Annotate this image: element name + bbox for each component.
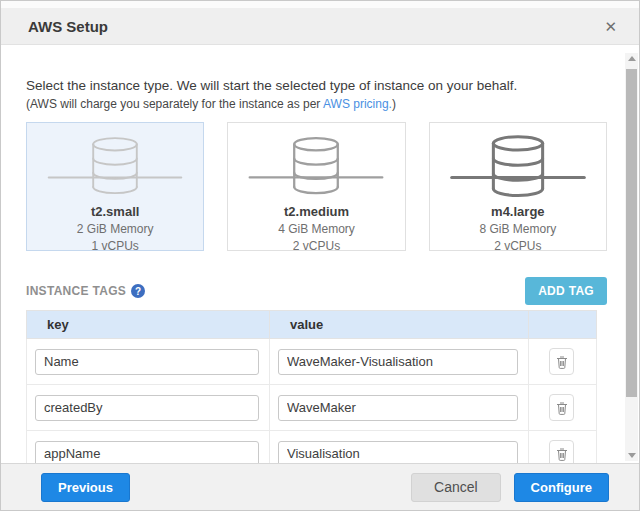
- dialog-header: AWS Setup ✕: [1, 8, 639, 45]
- database-icon: [35, 132, 195, 204]
- instance-tags-label: INSTANCE TAGS: [26, 284, 126, 298]
- instance-card-t2medium[interactable]: t2.medium 4 GiB Memory 2 vCPUs: [227, 122, 405, 251]
- dialog-content: Select the instance type. We will start …: [1, 45, 639, 463]
- scrollbar-down-arrow-icon[interactable]: [628, 453, 636, 458]
- aws-setup-dialog: AWS Setup ✕ Select the instance type. We…: [0, 0, 640, 511]
- instance-tags-bar: INSTANCE TAGS ? ADD TAG: [26, 277, 607, 305]
- pricing-note: (AWS will charge you separately for the …: [26, 96, 607, 112]
- aws-pricing-link[interactable]: AWS pricing.: [323, 97, 392, 111]
- delete-tag-button[interactable]: [549, 440, 574, 463]
- vertical-scrollbar[interactable]: [625, 53, 638, 461]
- instance-cpus: 2 vCPUs: [228, 238, 404, 254]
- pricing-note-prefix: (AWS will charge you separately for the …: [26, 97, 323, 111]
- delete-tag-button[interactable]: [549, 394, 574, 421]
- trash-icon: [556, 401, 568, 415]
- dialog-footer: Previous Cancel Configure: [1, 463, 639, 510]
- add-tag-button[interactable]: ADD TAG: [525, 277, 607, 305]
- instance-type-cards: t2.small 2 GiB Memory 1 vCPUs: [26, 122, 607, 251]
- tag-key-input[interactable]: [35, 441, 259, 464]
- scrollbar-up-arrow-icon[interactable]: [628, 56, 636, 61]
- instance-memory: 2 GiB Memory: [27, 221, 203, 237]
- instance-cpus: 1 vCPUs: [27, 238, 203, 254]
- dialog-top-strip: [1, 1, 639, 8]
- delete-tag-button[interactable]: [549, 348, 574, 375]
- instance-tags-table: key value: [26, 310, 597, 463]
- help-icon[interactable]: ?: [131, 284, 145, 298]
- database-icon: [236, 132, 396, 204]
- trash-icon: [556, 447, 568, 461]
- tag-value-input[interactable]: [278, 349, 518, 375]
- column-header-key: key: [27, 311, 270, 339]
- table-header-row: key value: [27, 311, 597, 339]
- cancel-button[interactable]: Cancel: [411, 473, 501, 502]
- close-icon[interactable]: ✕: [602, 17, 619, 36]
- configure-button[interactable]: Configure: [514, 473, 609, 502]
- trash-icon: [556, 355, 568, 369]
- table-row: [27, 339, 597, 385]
- intro-text: Select the instance type. We will start …: [26, 77, 607, 94]
- tag-value-input[interactable]: [278, 441, 518, 464]
- dialog-body: Select the instance type. We will start …: [1, 45, 639, 463]
- instance-name: t2.medium: [228, 204, 404, 220]
- pricing-note-suffix: ): [392, 97, 396, 111]
- tag-key-input[interactable]: [35, 349, 259, 375]
- instance-memory: 8 GiB Memory: [430, 221, 606, 237]
- instance-name: m4.large: [430, 204, 606, 220]
- instance-cpus: 2 vCPUs: [430, 238, 606, 254]
- table-row: [27, 431, 597, 464]
- database-icon: [438, 132, 598, 204]
- instance-memory: 4 GiB Memory: [228, 221, 404, 237]
- scrollbar-thumb[interactable]: [626, 69, 637, 397]
- dialog-title: AWS Setup: [28, 18, 108, 35]
- table-row: [27, 385, 597, 431]
- instance-card-t2small[interactable]: t2.small 2 GiB Memory 1 vCPUs: [26, 122, 204, 251]
- instance-card-m4large[interactable]: m4.large 8 GiB Memory 2 vCPUs: [429, 122, 607, 251]
- previous-button[interactable]: Previous: [41, 473, 130, 502]
- column-header-actions: [529, 311, 597, 339]
- column-header-value: value: [270, 311, 529, 339]
- instance-name: t2.small: [27, 204, 203, 220]
- tag-value-input[interactable]: [278, 395, 518, 421]
- tag-key-input[interactable]: [35, 395, 259, 421]
